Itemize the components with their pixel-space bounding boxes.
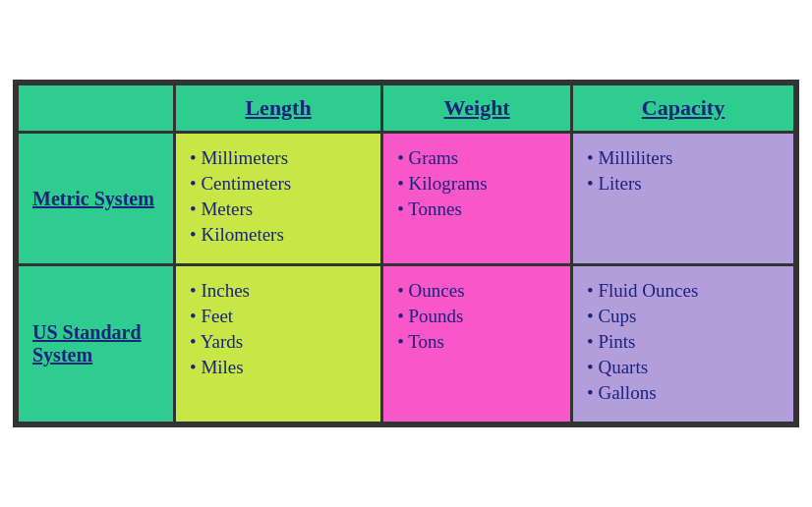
length-cell-0: MillimetersCentimetersMetersKilometers <box>175 133 382 265</box>
table-row: Metric SystemMillimetersCentimetersMeter… <box>18 133 795 265</box>
list-item: Grams <box>397 147 556 169</box>
list-item: Tons <box>397 331 556 353</box>
header-empty-cell <box>18 84 175 133</box>
list-item: Ounces <box>397 280 556 302</box>
list-item: Miles <box>190 357 367 378</box>
list-item: Pounds <box>397 306 556 327</box>
table-header-row: Length Weight Capacity <box>18 84 795 133</box>
row-label-0: Metric System <box>18 133 175 265</box>
row-label-1: US Standard System <box>18 265 175 423</box>
list-item: Quarts <box>587 357 780 378</box>
list-item: Liters <box>587 173 780 195</box>
list-item: Gallons <box>587 382 780 404</box>
length-cell-1: InchesFeetYardsMiles <box>175 265 382 423</box>
list-item: Cups <box>587 306 780 327</box>
list-item: Tonnes <box>397 198 556 220</box>
list-item: Yards <box>190 331 367 353</box>
header-capacity: Capacity <box>572 84 795 133</box>
list-item: Millimeters <box>190 147 367 169</box>
list-item: Feet <box>190 306 367 327</box>
list-item: Inches <box>190 280 367 302</box>
capacity-cell-0: MillilitersLiters <box>572 133 795 265</box>
list-item: Kilograms <box>397 173 556 195</box>
list-item: Kilometers <box>190 224 367 246</box>
header-weight: Weight <box>382 84 572 133</box>
list-item: Centimeters <box>190 173 367 195</box>
measurement-table: Length Weight Capacity Metric SystemMill… <box>13 80 799 427</box>
list-item: Milliliters <box>587 147 780 169</box>
capacity-cell-1: Fluid OuncesCupsPintsQuartsGallons <box>572 265 795 423</box>
list-item: Meters <box>190 198 367 220</box>
weight-cell-1: OuncesPoundsTons <box>382 265 572 423</box>
list-item: Fluid Ounces <box>587 280 780 302</box>
list-item: Pints <box>587 331 780 353</box>
table-row: US Standard SystemInchesFeetYardsMilesOu… <box>18 265 795 423</box>
header-length: Length <box>175 84 382 133</box>
weight-cell-0: GramsKilogramsTonnes <box>382 133 572 265</box>
